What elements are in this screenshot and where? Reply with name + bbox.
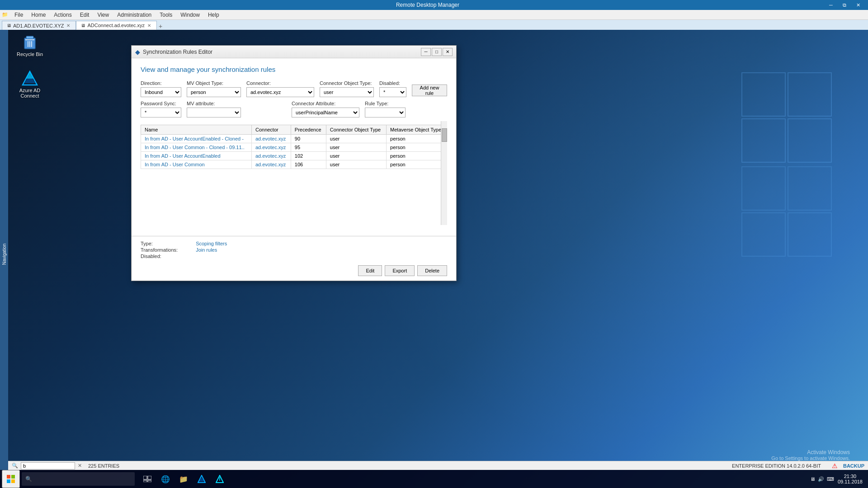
mv-object-type-group: MV Object Type: person group <box>187 80 241 97</box>
modal-title-bar: ◆ Synchronization Rules Editor ─ □ ✕ <box>132 46 456 58</box>
row-connector-object-type: user <box>326 160 386 169</box>
delete-button[interactable]: Delete <box>417 265 447 276</box>
menu-edit[interactable]: Edit <box>76 11 93 19</box>
rule-name-link[interactable]: In from AD - User AccountEnabled - Clone… <box>145 136 244 141</box>
backup-label[interactable]: BACKUP <box>843 463 864 469</box>
connector-attribute-select[interactable]: userPrincipalName cn <box>292 108 359 117</box>
taskbar-ie-icon[interactable]: 🌐 <box>156 470 175 488</box>
tab-close-icon-2[interactable]: ✕ <box>146 23 152 28</box>
add-rule-spacer: Add new rule <box>412 84 447 97</box>
taskbar-explorer-icon[interactable]: 📁 <box>175 470 193 488</box>
sync-rules-modal: ◆ Synchronization Rules Editor ─ □ ✕ Vie… <box>131 45 457 281</box>
row-precedence: 90 <box>291 135 326 143</box>
row-name: In from AD - User Common - Cloned - 09.1… <box>141 143 252 152</box>
svg-rect-9 <box>7 475 10 479</box>
disabled-label: Disabled: <box>379 80 406 86</box>
direction-label: Direction: <box>141 80 181 86</box>
table-row[interactable]: In from AD - User AccountEnabled - Clone… <box>141 135 447 143</box>
connector-object-type-select[interactable]: user group <box>320 87 374 97</box>
modal-close-button[interactable]: ✕ <box>443 48 453 56</box>
edit-button[interactable]: Edit <box>358 265 382 276</box>
tab-adconnect[interactable]: 🖥 ADConnect.ad.evotec.xyz ✕ <box>76 21 157 30</box>
table-row[interactable]: In from AD - User Common ad.evotec.xyz 1… <box>141 160 447 169</box>
rule-type-select[interactable]: Direct Expression <box>365 108 406 117</box>
menu-view[interactable]: View <box>94 11 113 19</box>
close-button[interactable]: ✕ <box>852 1 864 9</box>
disabled-group: Disabled: * Yes No <box>379 80 406 97</box>
minimize-button[interactable]: ─ <box>825 1 837 9</box>
taskbar-app2-icon[interactable] <box>211 470 229 488</box>
rule-name-link[interactable]: In from AD - User Common <box>145 162 205 167</box>
filter-row-2: Password Sync: * Yes No MV attribute: Co… <box>141 101 447 117</box>
menu-window[interactable]: Window <box>177 11 203 19</box>
restore-button[interactable]: ⧉ <box>838 1 851 9</box>
volume-icon: 🔊 <box>818 476 824 482</box>
taskbar-search: 🔍 <box>22 472 135 486</box>
menu-file[interactable]: File <box>11 11 27 19</box>
keyboard-icon: ⌨ <box>827 476 834 482</box>
vertical-scrollbar[interactable] <box>441 121 447 225</box>
col-connector: Connector <box>251 125 291 135</box>
search-close-icon[interactable]: ✕ <box>78 463 82 469</box>
scroll-thumb[interactable] <box>442 128 447 142</box>
tab-label-2: ADConnect.ad.evotec.xyz <box>87 23 145 28</box>
row-metaverse-object-type: person <box>387 143 447 152</box>
col-name: Name <box>141 125 252 135</box>
svg-rect-15 <box>143 480 147 482</box>
desktop-icon-recycle-bin[interactable]: Recycle Bin <box>12 32 48 59</box>
connector-label: Connector: <box>246 80 314 86</box>
disabled-select[interactable]: * Yes No <box>379 87 406 97</box>
search-icon: 🔍 <box>12 463 18 469</box>
date-display: 09.11.2018 <box>838 479 863 484</box>
edition-info: ENTERPRISE EDITION 14.0.2.0 64-BIT <box>732 463 821 469</box>
rule-name-link[interactable]: In from AD - User Common - Cloned - 09.1… <box>145 145 245 150</box>
export-button[interactable]: Export <box>385 265 415 276</box>
connector-object-type-label: Connector Object Type: <box>320 80 374 86</box>
add-new-rule-button[interactable]: Add new rule <box>412 84 447 96</box>
menu-tools[interactable]: Tools <box>156 11 176 19</box>
mv-attribute-label: MV attribute: <box>187 101 241 106</box>
row-connector: ad.evotec.xyz <box>251 160 291 169</box>
taskbar-app1-icon[interactable] <box>193 470 211 488</box>
menu-administration[interactable]: Administration <box>113 11 155 19</box>
menu-help[interactable]: Help <box>204 11 223 19</box>
modal-content: View and manage your synchronization rul… <box>132 58 456 232</box>
tab-ad1[interactable]: 🖥 AD1.AD.EVOTEC.XYZ ✕ <box>2 21 76 30</box>
taskbar-right: 🖥 🔊 ⌨ 21:30 09.11.2018 <box>810 474 866 484</box>
modal-minimize-button[interactable]: ─ <box>421 48 431 56</box>
tab-close-icon[interactable]: ✕ <box>66 23 71 28</box>
menu-home[interactable]: Home <box>28 11 49 19</box>
taskbar-sys-icons: 🖥 🔊 ⌨ <box>810 476 834 482</box>
taskbar-search-input[interactable] <box>34 476 115 482</box>
join-rules-link[interactable]: Join rules <box>196 247 227 253</box>
table-row[interactable]: In from AD - User Common - Cloned - 09.1… <box>141 143 447 152</box>
menu-actions[interactable]: Actions <box>50 11 75 19</box>
bottom-left-info: Type: Transformations: Disabled: <box>141 241 178 260</box>
bottom-search-input[interactable] <box>21 462 75 469</box>
app-title: Remote Desktop Manager <box>31 2 825 8</box>
svg-rect-1 <box>26 36 33 39</box>
row-name: In from AD - User AccountEnabled <box>141 152 252 160</box>
tab-bar: 🖥 AD1.AD.EVOTEC.XYZ ✕ 🖥 ADConnect.ad.evo… <box>0 20 868 30</box>
direction-select[interactable]: Inbound Outbound <box>141 87 181 97</box>
start-button[interactable] <box>2 470 20 488</box>
table-row[interactable]: In from AD - User AccountEnabled ad.evot… <box>141 152 447 160</box>
svg-rect-10 <box>11 475 15 479</box>
connector-select[interactable]: ad.evotec.xyz <box>246 87 314 97</box>
side-panel-label: Navigation <box>2 244 7 265</box>
taskbar-task-view[interactable] <box>138 470 156 488</box>
network-icon: 🖥 <box>810 476 815 482</box>
new-tab-button[interactable]: + <box>159 23 162 30</box>
disabled-info-label: Disabled: <box>141 253 161 259</box>
password-sync-select[interactable]: * Yes No <box>141 108 181 117</box>
rule-name-link[interactable]: In from AD - User AccountEnabled <box>145 153 221 159</box>
scoping-filters-link[interactable]: Scoping filters <box>196 241 227 246</box>
desktop-icon-azure-ad[interactable]: Azure AD Connect <box>12 68 48 100</box>
mv-attribute-select[interactable] <box>187 108 241 117</box>
rules-table: Name Connector Precedence Connector Obje… <box>141 125 447 169</box>
recycle-bin-label: Recycle Bin <box>17 52 43 57</box>
mv-object-type-select[interactable]: person group <box>187 87 241 97</box>
modal-maximize-button[interactable]: □ <box>432 48 442 56</box>
tab-icon: 🖥 <box>7 23 11 28</box>
direction-group: Direction: Inbound Outbound <box>141 80 181 97</box>
